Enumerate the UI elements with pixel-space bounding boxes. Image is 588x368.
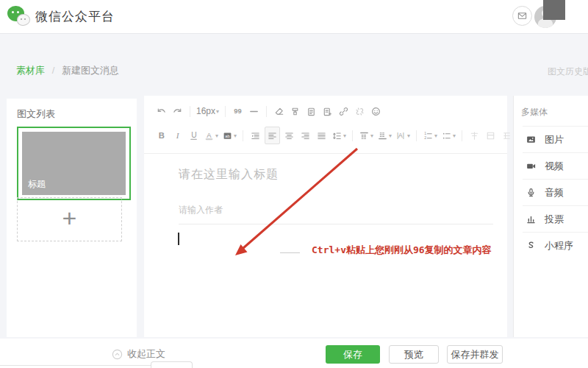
- link-icon[interactable]: [337, 103, 351, 119]
- author-field-underline: [179, 224, 493, 224]
- collapse-body-button[interactable]: 收起正文: [112, 347, 165, 361]
- svg-text:ab: ab: [225, 133, 229, 138]
- svg-text:|A|: |A|: [397, 132, 404, 139]
- caret-down-icon: ▾: [234, 132, 237, 139]
- caret-down-icon: ▾: [216, 108, 219, 115]
- media-item-miniprogram[interactable]: 小程序: [523, 232, 588, 258]
- overlay-square: [543, 0, 565, 20]
- outdent-icon[interactable]: [248, 127, 262, 144]
- title-input-placeholder[interactable]: 请在这里输入标题: [179, 167, 279, 183]
- editor-panel: 16px▾99 BIUA▾ab▾▾▾▾|A|▾12▾▾ 请在这里输入标题 请输入…: [144, 96, 507, 337]
- preview-button[interactable]: 预览: [389, 345, 439, 364]
- media-panel: 多媒体 图片视频音频投票小程序: [513, 96, 588, 337]
- eraser-icon[interactable]: [272, 103, 286, 119]
- article-thumbnail[interactable]: 标题: [17, 127, 131, 200]
- breadcrumb: 素材库 / 新建图文消息: [16, 64, 119, 77]
- space-after-icon[interactable]: ▾: [376, 127, 392, 144]
- align-center-icon[interactable]: [282, 127, 296, 144]
- svg-text:A: A: [207, 131, 212, 138]
- caret-down-icon: ▾: [407, 132, 410, 139]
- format-brush-icon[interactable]: [288, 103, 302, 119]
- horizontal-rule-icon[interactable]: [247, 103, 261, 119]
- ordered-list-icon[interactable]: 12▾: [422, 127, 438, 144]
- media-list: 图片视频音频投票小程序: [523, 126, 588, 258]
- annotation-text: Ctrl+v粘贴上您刚刚从96复制的文章内容: [312, 244, 492, 257]
- save-and-send-button[interactable]: 保存并群发: [447, 345, 503, 364]
- caret-down-icon: ▾: [343, 132, 346, 139]
- unordered-list-icon[interactable]: ▾: [440, 127, 456, 144]
- bold-icon[interactable]: B: [154, 127, 168, 144]
- history-version-link[interactable]: 图文历史版: [548, 66, 588, 78]
- quote-icon[interactable]: 99: [231, 103, 245, 119]
- media-item-audio[interactable]: 音频: [523, 179, 588, 205]
- save-button[interactable]: 保存: [326, 345, 380, 364]
- thumbnail-image: 标题: [22, 132, 126, 195]
- align-right-icon[interactable]: [298, 127, 312, 144]
- app-title: 微信公众平台: [35, 8, 115, 25]
- media-panel-title: 多媒体: [521, 106, 548, 118]
- underline-icon[interactable]: U: [187, 127, 201, 144]
- paste-text-icon[interactable]: [304, 103, 318, 119]
- toolbar-row-2: BIUA▾ab▾▾▾▾|A|▾12▾▾: [154, 127, 530, 144]
- plus-icon: +: [62, 205, 77, 230]
- justify-icon[interactable]: [315, 127, 329, 144]
- wechat-mp-editor-page: 微信公众平台 素材库 / 新建图文消息 图文历史版 图文列表 标题 + 16px…: [0, 0, 588, 368]
- align-left-icon[interactable]: [265, 127, 280, 144]
- space-before-icon[interactable]: ▾: [358, 127, 374, 144]
- text-cursor: [178, 233, 179, 245]
- line-height-icon[interactable]: ▾: [331, 127, 347, 144]
- top-bar: 微信公众平台: [0, 0, 588, 34]
- messages-button[interactable]: [512, 6, 532, 26]
- caret-down-icon: ▾: [370, 132, 373, 139]
- disabled-tool-3-icon[interactable]: [500, 127, 514, 144]
- toolbar-divider: [144, 153, 507, 154]
- thumbnail-title-label: 标题: [28, 178, 46, 191]
- media-item-image[interactable]: 图片: [523, 126, 588, 152]
- paste-word-icon[interactable]: [320, 103, 334, 119]
- media-item-label: 音频: [545, 186, 564, 199]
- toolbar-separator: [416, 130, 417, 141]
- media-item-video[interactable]: 视频: [523, 152, 588, 179]
- toolbar-separator: [190, 106, 190, 117]
- toolbar-separator: [266, 106, 267, 117]
- svg-text:2: 2: [424, 135, 426, 140]
- disabled-tool-1-icon[interactable]: [467, 127, 481, 144]
- clipped-element: [151, 361, 193, 368]
- article-list-title: 图文列表: [17, 107, 55, 121]
- font-size-select[interactable]: 16px▾: [196, 103, 220, 119]
- video-icon: [526, 160, 537, 172]
- highlight-icon[interactable]: ab▾: [221, 127, 237, 144]
- redo-icon[interactable]: [171, 103, 184, 119]
- media-item-label: 图片: [545, 133, 564, 146]
- caret-down-icon: ▾: [453, 132, 456, 139]
- svg-text:I: I: [176, 131, 180, 140]
- caret-down-icon: ▾: [434, 132, 437, 139]
- toolbar-separator: [225, 106, 226, 117]
- author-input-placeholder[interactable]: 请输入作者: [179, 204, 223, 216]
- media-item-vote[interactable]: 投票: [523, 205, 588, 232]
- toolbar-row-1: 16px▾99: [154, 103, 383, 119]
- italic-icon[interactable]: I: [171, 127, 184, 144]
- media-item-label: 视频: [545, 160, 564, 173]
- media-item-label: 投票: [545, 213, 564, 226]
- breadcrumb-link-material[interactable]: 素材库: [16, 65, 45, 76]
- unlink-icon[interactable]: [353, 103, 367, 119]
- envelope-icon: [517, 10, 528, 21]
- annotation-dash: [280, 252, 300, 253]
- collapse-up-icon: [112, 349, 123, 360]
- disabled-tool-2-icon[interactable]: [484, 127, 498, 144]
- collapse-body-label: 收起正文: [127, 347, 165, 361]
- vote-icon: [526, 213, 537, 225]
- wechat-logo-icon: [7, 6, 34, 28]
- emoji-icon[interactable]: [369, 103, 383, 119]
- image-icon: [526, 134, 537, 146]
- add-article-button[interactable]: +: [17, 197, 122, 241]
- audio-icon: [526, 187, 537, 199]
- svg-text:U: U: [191, 131, 196, 139]
- font-color-icon[interactable]: A▾: [203, 127, 219, 144]
- undo-icon[interactable]: [154, 103, 168, 119]
- letter-spacing-icon[interactable]: |A|▾: [395, 127, 411, 144]
- miniprogram-icon: [526, 240, 537, 252]
- article-list-panel: 图文列表 标题 +: [7, 99, 137, 337]
- caret-down-icon: ▾: [215, 132, 218, 139]
